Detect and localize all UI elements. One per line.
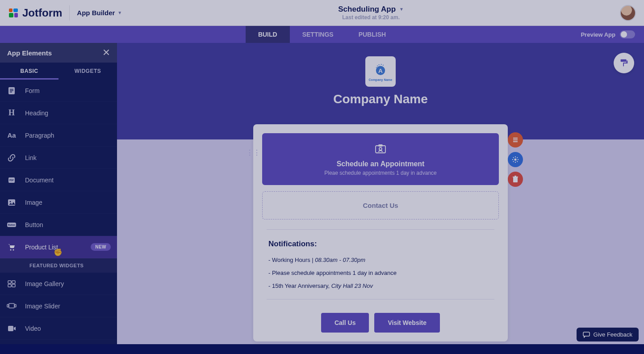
give-feedback-button[interactable]: Give Feedback	[577, 328, 639, 341]
app-preview-card: ⋮⋮ Schedule an Appointment Pleae schedul…	[253, 124, 508, 341]
sidebar-tab-basic[interactable]: BASIC	[0, 63, 59, 80]
tab-build[interactable]: BUILD	[246, 26, 290, 43]
element-label: Button	[25, 221, 43, 228]
svg-rect-19	[12, 284, 15, 287]
company-heading[interactable]: Company Name	[333, 92, 428, 106]
svg-rect-38	[514, 176, 516, 177]
new-badge: NEW	[91, 243, 111, 251]
element-document[interactable]: PDF Document	[0, 169, 117, 191]
heading-icon: H	[6, 108, 17, 118]
sidebar-tab-widgets[interactable]: WIDGETS	[59, 63, 117, 80]
svg-rect-20	[9, 303, 14, 308]
preview-label: Preview App	[581, 31, 615, 38]
app-title-block: Scheduling App ▼ Last edited at 9:20 am.	[122, 5, 620, 21]
delete-fab[interactable]	[508, 172, 523, 187]
app-builder-dropdown[interactable]: App Builder ▼	[77, 9, 122, 17]
notifications-heading: Notifications:	[268, 240, 493, 249]
app-title-text: Scheduling App	[338, 5, 396, 14]
svg-rect-17	[12, 281, 15, 283]
notif-line-3: - 15th Year Anniversary, City Hall 23 No…	[268, 282, 493, 289]
logo[interactable]: Jotform	[8, 7, 62, 19]
element-heading[interactable]: H Heading	[0, 102, 117, 124]
svg-rect-39	[376, 146, 385, 153]
element-image-slider[interactable]: Image Slider	[0, 295, 117, 317]
tab-publish[interactable]: PUBLISH	[346, 26, 398, 43]
appointment-subtitle: Pleae schedule appointments 1 day in adv…	[268, 170, 493, 176]
svg-rect-22	[15, 304, 16, 307]
element-label: Form	[25, 87, 40, 94]
app-logo-icon: A	[373, 62, 388, 77]
slider-icon	[6, 301, 17, 312]
list-icon	[512, 136, 519, 143]
visit-website-button[interactable]: Visit Website	[374, 313, 440, 333]
contact-label: Contact Us	[363, 202, 398, 209]
bottom-strip	[0, 344, 644, 354]
logo-text: Jotform	[22, 7, 62, 19]
app-logo-card[interactable]: A Company Name	[365, 56, 396, 87]
properties-fab[interactable]	[508, 132, 523, 148]
svg-rect-24	[621, 59, 627, 62]
close-icon[interactable]	[103, 49, 110, 57]
element-label: Document	[25, 177, 54, 184]
element-label: Link	[25, 154, 37, 161]
chat-icon	[583, 332, 590, 338]
svg-point-31	[376, 67, 377, 68]
element-label: Heading	[25, 110, 48, 117]
element-label: Paragraph	[25, 132, 54, 139]
settings-fab[interactable]	[508, 152, 523, 167]
element-label: Image Slider	[25, 303, 60, 310]
divider	[267, 229, 494, 230]
svg-rect-2	[9, 13, 13, 17]
notifications-block[interactable]: Notifications: - Working Hours | 08.30am…	[262, 240, 499, 289]
svg-rect-33	[513, 139, 518, 140]
appointment-title: Schedule an Appointment	[268, 160, 493, 168]
gear-icon	[512, 156, 519, 163]
link-icon	[6, 152, 17, 163]
featured-widgets-label: FEATURED WIDGETS	[0, 258, 117, 273]
element-label: Product List	[25, 244, 58, 251]
element-image[interactable]: Image	[0, 191, 117, 214]
contact-card-icon	[268, 144, 493, 156]
element-video[interactable]: Video	[0, 317, 117, 340]
app-logo-text: Company Name	[369, 78, 393, 81]
canvas[interactable]: A Company Name Company Name ⋮⋮ Schedule …	[117, 43, 644, 344]
svg-rect-0	[9, 8, 13, 12]
appointment-card[interactable]: Schedule an Appointment Pleae schedule a…	[262, 133, 499, 185]
app-title-dropdown[interactable]: Scheduling App ▼	[338, 5, 404, 14]
svg-rect-3	[14, 13, 18, 17]
element-image-gallery[interactable]: Image Gallery	[0, 273, 117, 295]
top-bar: Jotform App Builder ▼ Scheduling App ▼ L…	[0, 0, 644, 26]
element-link[interactable]: Link	[0, 147, 117, 169]
svg-rect-18	[8, 284, 11, 287]
form-icon	[6, 85, 17, 96]
element-product-list[interactable]: Product List NEW	[0, 236, 117, 258]
svg-rect-16	[8, 281, 11, 283]
call-us-button[interactable]: Call Us	[321, 313, 369, 333]
svg-rect-37	[513, 177, 518, 177]
preview-app-toggle[interactable]: Preview App	[581, 30, 635, 38]
last-edited-text: Last edited at 9:20 am.	[342, 14, 400, 21]
svg-point-15	[13, 249, 14, 250]
svg-point-27	[377, 65, 378, 66]
element-label: Video	[25, 325, 41, 332]
main-area: App Elements BASIC WIDGETS Form H Headin…	[0, 43, 644, 344]
toggle-switch[interactable]	[620, 30, 635, 38]
style-fab[interactable]	[614, 53, 634, 73]
chevron-down-icon: ▼	[117, 10, 122, 15]
svg-rect-21	[7, 304, 8, 307]
trash-icon	[512, 176, 519, 183]
svg-rect-23	[8, 326, 13, 331]
button-icon: Button	[6, 219, 17, 230]
contact-us-card[interactable]: Contact Us	[262, 191, 499, 219]
drag-handle-icon[interactable]: ⋮⋮	[246, 148, 260, 157]
avatar[interactable]	[620, 5, 636, 21]
element-button[interactable]: Button Button	[0, 214, 117, 236]
sidebar-tabs: BASIC WIDGETS	[0, 63, 117, 80]
element-paragraph[interactable]: Aa Paragraph	[0, 124, 117, 147]
gallery-icon	[6, 278, 17, 289]
elements-sidebar: App Elements BASIC WIDGETS Form H Headin…	[0, 43, 117, 344]
tab-settings[interactable]: SETTINGS	[290, 26, 346, 43]
svg-rect-6	[10, 90, 13, 91]
element-form[interactable]: Form	[0, 80, 117, 102]
element-label: Image Gallery	[25, 280, 64, 287]
